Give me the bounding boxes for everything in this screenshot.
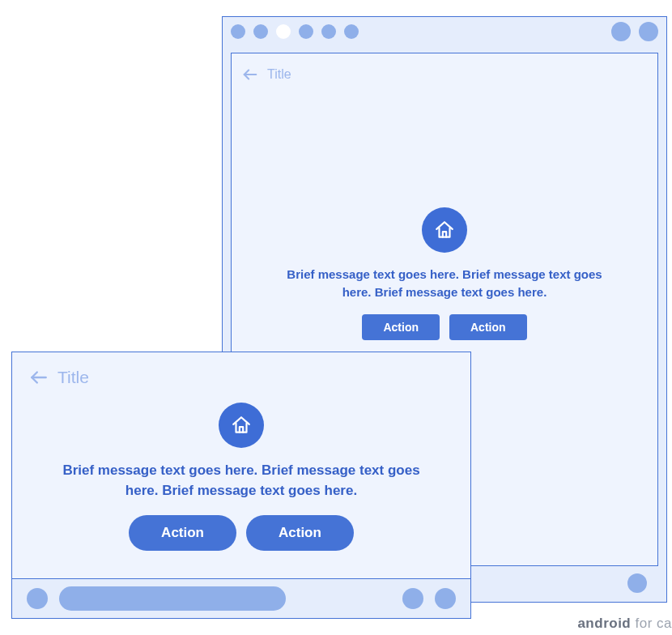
status-dot <box>611 22 631 41</box>
status-dot <box>639 22 658 41</box>
app-bar: Title <box>232 53 657 96</box>
message-block: Brief message text goes here. Brief mess… <box>12 403 470 551</box>
status-dot <box>321 24 336 39</box>
message-block: Brief message text goes here. Brief mess… <box>232 207 657 340</box>
home-icon <box>422 207 467 253</box>
action-button[interactable]: Action <box>362 314 440 340</box>
status-dot <box>299 24 313 39</box>
nav-pill[interactable] <box>59 586 286 611</box>
action-row: Action Action <box>129 515 354 551</box>
nav-bar <box>12 579 470 618</box>
status-dots-right <box>611 22 658 41</box>
home-icon <box>219 403 264 448</box>
nav-dot[interactable] <box>402 588 423 609</box>
action-row: Action Action <box>362 314 526 340</box>
status-dot <box>276 24 291 39</box>
nav-dot[interactable] <box>27 588 48 609</box>
action-button[interactable]: Action <box>246 515 354 551</box>
status-dot <box>344 24 359 39</box>
status-dot <box>253 24 268 39</box>
app-surface: Title Brief message text goes here. Brie… <box>12 352 470 579</box>
action-button[interactable]: Action <box>449 314 527 340</box>
status-dots-left <box>231 24 359 39</box>
watermark-brand: android <box>577 616 631 631</box>
nav-dot[interactable] <box>435 588 456 609</box>
action-button[interactable]: Action <box>129 515 236 551</box>
device-mock-landscape: Title Brief message text goes here. Brie… <box>11 352 471 619</box>
back-icon[interactable] <box>241 66 259 83</box>
app-bar-title: Title <box>267 67 291 82</box>
app-bar: Title <box>12 352 470 403</box>
nav-dot[interactable] <box>627 573 647 593</box>
status-dot <box>231 24 245 39</box>
status-bar <box>223 17 666 46</box>
app-bar-title: Title <box>57 368 89 387</box>
watermark-rest: for ca <box>631 616 672 631</box>
message-text: Brief message text goes here. Brief mess… <box>47 461 436 501</box>
back-icon[interactable] <box>28 367 49 388</box>
watermark: android for ca <box>577 616 672 632</box>
message-text: Brief message text goes here. Brief mess… <box>274 266 615 301</box>
